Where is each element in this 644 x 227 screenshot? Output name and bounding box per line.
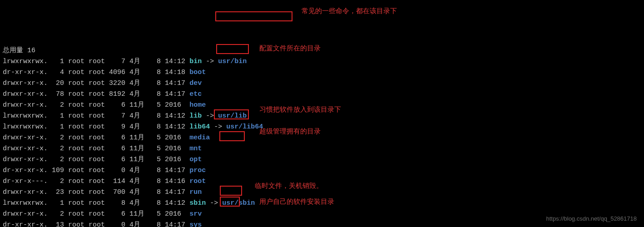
list-row: dr-xr-xr-x. 109 root root 0 4月 8 14:17 p… (3, 165, 641, 176)
watermark: https://blog.csdn.net/qq_52861718 (546, 213, 637, 224)
list-row: drwxr-xr-x. 2 root root 6 11月 5 2016 med… (3, 133, 641, 143)
list-row: lrwxrwxrwx. 1 root root 7 4月 8 14:12 bin… (3, 56, 641, 67)
list-row: drwxr-xr-x. 2 root root 6 11月 5 2016 srv (3, 209, 641, 220)
terminal-output: 总用量 16lrwxrwxrwx. 1 root root 7 4月 8 14:… (3, 45, 641, 227)
list-row: drwxr-xr-x. 78 root root 8192 4月 8 14:17… (3, 89, 641, 100)
list-row: drwxr-xr-x. 2 root root 6 11月 5 2016 mnt (3, 143, 641, 154)
list-row: drwxr-xr-x. 20 root root 3220 4月 8 14:17… (3, 78, 641, 89)
list-row: dr-xr-xr-x. 4 root root 4096 4月 8 14:18 … (3, 67, 641, 78)
list-row: drwxr-xr-x. 2 root root 6 11月 5 2016 opt (3, 154, 641, 165)
list-row: lrwxrwxrwx. 1 root root 8 4月 8 14:12 sbi… (3, 198, 641, 209)
list-row: drwxr-xr-x. 23 root root 700 4月 8 14:17 … (3, 187, 641, 198)
list-row: lrwxrwxrwx. 1 root root 9 4月 8 14:12 lib… (3, 122, 641, 133)
box-bin (215, 11, 292, 21)
note-bin: 常见的一些命令，都在该目录下 (302, 5, 397, 16)
list-row: dr-xr-x---. 2 root root 114 4月 8 14:16 r… (3, 176, 641, 187)
list-row: drwxr-xr-x. 2 root root 6 11月 5 2016 hom… (3, 100, 641, 111)
list-row: dr-xr-xr-x. 13 root root 0 4月 8 14:17 sy… (3, 220, 641, 227)
total-line: 总用量 16 (3, 45, 641, 56)
list-row: lrwxrwxrwx. 1 root root 7 4月 8 14:12 lib… (3, 111, 641, 122)
